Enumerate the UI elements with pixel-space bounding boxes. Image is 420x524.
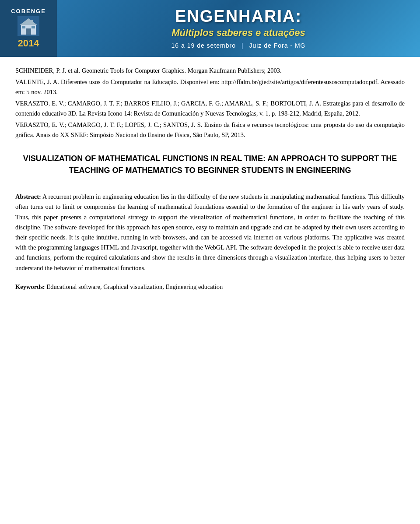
- cobenge-logo-area: COBENGE 2014: [0, 0, 57, 57]
- svg-rect-5: [32, 26, 35, 28]
- cobenge-house-icon: [18, 16, 39, 36]
- cobenge-logo: COBENGE 2014: [11, 8, 46, 49]
- cobenge-year: 2014: [18, 38, 39, 49]
- abstract-text: A recurrent problem in engineering educa…: [15, 193, 405, 271]
- date-separator: |: [242, 42, 246, 49]
- location-text: Juiz de Fora - MG: [249, 42, 305, 49]
- keywords-text: Educational software, Graphical visualiz…: [46, 283, 223, 290]
- engenharia-subtitle: Múltiplos saberes e atuações: [172, 27, 305, 39]
- cobenge-label: COBENGE: [11, 8, 46, 14]
- reference-item-2: VALENTE, J. A. Diferentes usos do Comput…: [15, 77, 405, 97]
- date-text: 16 a 19 de setembro: [172, 42, 236, 49]
- svg-rect-4: [22, 26, 25, 28]
- reference-item-3: VERASZTO, E. V.; CAMARGO, J. T. F.; BARR…: [15, 98, 405, 118]
- abstract-label: Abstract:: [15, 193, 41, 200]
- keywords-label: Keywords:: [15, 283, 45, 290]
- main-content: SCHINEIDER, P. J. et al. Geometric Tools…: [0, 57, 420, 305]
- article-title: VISUALIZATION OF MATHEMATICAL FUNCTIONS …: [15, 153, 405, 176]
- engenharia-title-area: ENGENHARIA: Múltiplos saberes e atuações…: [57, 0, 420, 57]
- svg-rect-6: [31, 20, 33, 23]
- header-banner: COBENGE 2014 ENGENHARIA: Múltiplos sa: [0, 0, 420, 57]
- references-section: SCHINEIDER, P. J. et al. Geometric Tools…: [15, 66, 405, 140]
- reference-item-4: VERASZTO, E. V.; CAMARGO, J. T. F.; LOPE…: [15, 120, 405, 140]
- engenharia-main-title: ENGENHARIA:: [175, 8, 302, 25]
- engenharia-date: 16 a 19 de setembro | Juiz de Fora - MG: [172, 42, 306, 49]
- keywords-section: Keywords: Educational software, Graphica…: [15, 282, 405, 292]
- reference-item-1: SCHINEIDER, P. J. et al. Geometric Tools…: [15, 66, 405, 75]
- svg-rect-3: [26, 28, 31, 35]
- abstract-section: Abstract: A recurrent problem in enginee…: [15, 192, 405, 273]
